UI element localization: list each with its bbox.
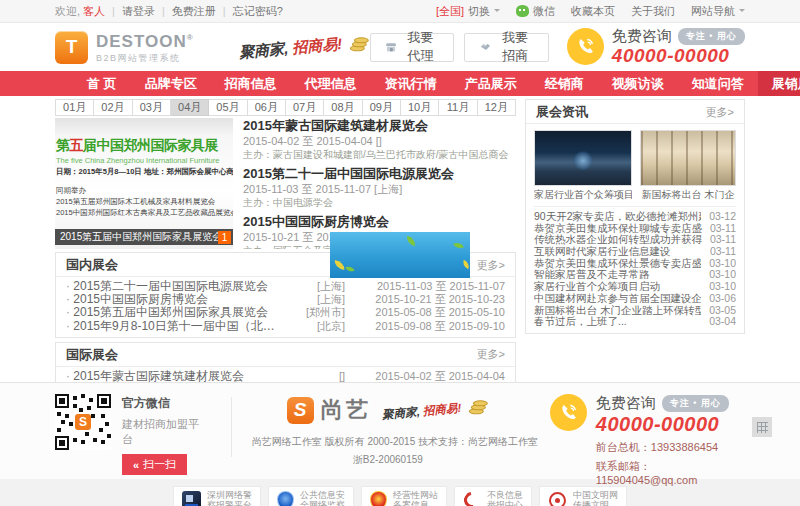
list-item[interactable]: 互联网时代家居行业信息建设03-11 <box>534 246 736 258</box>
news-list: 90天开2家专卖店，欧必德抢滩郑州建材市场03-12 恭贺京美田集成环保灶聊城专… <box>534 206 736 328</box>
exhibition-title-link[interactable]: 2015第二十一届中国国际电源展览会 <box>243 166 516 182</box>
qr-code: S <box>55 394 111 450</box>
badge-cyber-police[interactable]: 深圳网络警察报警平台 <box>173 486 261 506</box>
exhibition-location: [郑州市] <box>283 306 345 319</box>
month-tab-10[interactable]: 10月 <box>401 99 439 116</box>
main-nav: 首 页 品牌专区 招商信息 代理信息 资讯行情 产品展示 经销商 视频访谈 知道… <box>0 71 800 96</box>
badge-website-record[interactable]: 经营性网站备案信息 <box>361 486 447 506</box>
exhibition-title-link[interactable]: 2015年9月8-10日第十一届中国（北京）国际管材展览会 <box>66 320 283 333</box>
emblem-icon <box>549 492 566 506</box>
nav-item-exhibitions[interactable]: 展销展会 <box>758 71 800 96</box>
exhibition-title-link[interactable]: 2015年蒙古国际建筑建材展览会 <box>243 118 516 134</box>
about-link[interactable]: 关于我们 <box>631 4 675 19</box>
coins-icon <box>348 33 370 51</box>
exhibition-title-link[interactable]: 2015第五届中国郑州国际家具展览会 <box>66 306 283 319</box>
month-tab-09[interactable]: 09月 <box>363 99 401 116</box>
nav-item-brand-zone[interactable]: 品牌专区 <box>131 71 211 96</box>
exhibition-date: 2015-04-02 至 2015-04-04 [] <box>243 135 516 148</box>
exhibition-date: 2015-10-21 至 2015-10-23 <box>345 293 505 306</box>
logo-icon: T <box>55 31 88 64</box>
register-link[interactable]: 免费注册 <box>172 4 216 19</box>
news-thumb-1[interactable]: 家居行业首个众筹项目 <box>534 130 632 201</box>
list-item[interactable]: 恭贺京美田集成环保灶景德专卖店盛大开业03-10 <box>534 258 736 270</box>
month-tab-04[interactable]: 04月 <box>171 99 209 116</box>
featured-exhibition-list: 2015年蒙古国际建筑建材展览会 2015-04-02 至 2015-04-04… <box>243 118 516 249</box>
nav-item-products[interactable]: 产品展示 <box>451 71 531 96</box>
sitenav-link[interactable]: 网站导航 <box>691 4 735 19</box>
month-tab-02[interactable]: 02月 <box>94 99 132 116</box>
nav-item-qa[interactable]: 知道问答 <box>678 71 758 96</box>
slider-image-subtitle: The five China Zhengzhou International F… <box>55 156 233 165</box>
exhibition-title-link[interactable]: 2015中国国际厨房博览会 <box>243 214 516 230</box>
badge-public-security[interactable]: 公共信息安全网络监察 <box>268 486 354 506</box>
more-link-news[interactable]: 更多> <box>706 105 734 120</box>
wechat-icon <box>516 5 529 17</box>
table-row: 2015中国国际厨房博览会 [上海] 2015-10-21 至 2015-10-… <box>66 293 505 306</box>
handshake-icon <box>480 41 491 53</box>
nav-item-dealers[interactable]: 经销商 <box>531 71 598 96</box>
scan-button[interactable]: « 扫一扫 <box>122 454 187 475</box>
nav-item-home[interactable]: 首 页 <box>73 71 131 96</box>
month-tab-08[interactable]: 08月 <box>324 99 362 116</box>
wechat-official-subtitle: 建材招商加盟平台 <box>122 417 207 447</box>
list-item[interactable]: 春节过后，上班了...03-04 <box>534 316 736 328</box>
side-qr-widget[interactable] <box>752 417 772 437</box>
merchant-button[interactable]: 我要招商 <box>464 33 549 62</box>
section-title-international: 国际展会 <box>66 346 118 364</box>
login-link[interactable]: 请登录 <box>122 4 155 19</box>
leaf-icon <box>453 241 464 251</box>
month-tab-07[interactable]: 07月 <box>286 99 324 116</box>
month-tab-05[interactable]: 05月 <box>209 99 247 116</box>
nav-item-news[interactable]: 资讯行情 <box>371 71 451 96</box>
month-tab-12[interactable]: 12月 <box>478 99 516 116</box>
month-tab-06[interactable]: 06月 <box>248 99 286 116</box>
slider-image-title: 第五届中国郑州国际家具展 <box>55 137 233 155</box>
consult-label: 免费咨询 <box>596 394 656 413</box>
list-item[interactable]: 中国建材网赴京参与首届全国建设企业集中采购管理03-06 <box>534 293 736 305</box>
nav-item-video[interactable]: 视频访谈 <box>598 71 678 96</box>
nav-item-investment-info[interactable]: 招商信息 <box>211 71 291 96</box>
exhibition-title-link[interactable]: 2015第二十一届中国国际电源展览会 <box>66 280 283 293</box>
icp-number: 浙B2-20060159 <box>252 453 524 467</box>
exhibition-title-link[interactable]: 2015中国国际厨房博览会 <box>66 293 283 306</box>
exhibition-slider[interactable]: 第五届中国郑州国际家具展 The five China Zhengzhou In… <box>55 118 233 249</box>
divider <box>231 397 232 457</box>
leaf-icon <box>333 260 345 270</box>
exhibition-date: 2015-11-03 至 2015-11-07 <box>345 280 505 293</box>
exhibition-news-box: 展会资讯 更多> 家居行业首个众筹项目 新国标将出台 木门企 90天开2家专卖店… <box>525 99 745 334</box>
more-link-international[interactable]: 更多> <box>477 347 505 362</box>
scan-icon: « <box>133 459 139 471</box>
site-logo[interactable]: T DESTOON® B2B网站管理系统 <box>55 29 194 65</box>
badge-report-center[interactable]: 不良信息举报中心 <box>454 486 532 506</box>
list-item[interactable]: 传统热水器企业如何转型成功并获得更大的蛋糕?03-11 <box>534 234 736 246</box>
list-item[interactable]: 90天开2家专卖店，欧必德抢滩郑州建材市场03-12 <box>534 211 736 223</box>
month-tab-01[interactable]: 01月 <box>55 99 94 116</box>
list-item[interactable]: 家居行业首个众筹项目启动03-10 <box>534 281 736 293</box>
agent-button[interactable]: 我要代理 <box>370 33 454 62</box>
wechat-link[interactable]: 微信 <box>516 4 555 19</box>
region-switch-link[interactable]: 切换 <box>468 4 490 19</box>
exhibition-host: 主办：蒙古国建设和城建部/乌兰巴托市政府/蒙古中国总商会 <box>243 149 516 161</box>
guest-label: 客人 <box>83 4 105 19</box>
forgot-password-link[interactable]: 忘记密码? <box>233 4 283 19</box>
favorite-link[interactable]: 收藏本页 <box>571 4 615 19</box>
badge-civilization[interactable]: 中国文明网传播文明 <box>539 486 627 506</box>
nav-item-agent-info[interactable]: 代理信息 <box>291 71 371 96</box>
welcome-text: 欢迎, <box>55 4 80 19</box>
list-item[interactable]: 恭贺京美田集成环保灶聊城专卖店盛大开业03-11 <box>534 223 736 235</box>
list-item[interactable]: 新国标将出台 木门企业踏上环保转型之路03-05 <box>534 305 736 317</box>
slider-caption[interactable]: 2015第五届中国郑州国际家具展览会 1 <box>55 229 233 245</box>
exhibition-location: [北京] <box>283 320 345 333</box>
slider-page-badge[interactable]: 1 <box>218 231 231 244</box>
more-link-domestic[interactable]: 更多> <box>477 258 505 273</box>
coins-icon <box>467 397 489 415</box>
leaf-icon <box>461 260 471 270</box>
news-thumb-2[interactable]: 新国标将出台 木门企 <box>640 130 736 201</box>
month-tab-03[interactable]: 03月 <box>133 99 171 116</box>
separator: | <box>112 5 115 17</box>
list-item[interactable]: 智能家居普及不走寻常路03-10 <box>534 269 736 281</box>
footer-consult-block: 免费咨询 专注 • 用心 40000-00000 前台总机：1393388645… <box>550 394 745 486</box>
slider-subevent-2: 2015中国郑州国际红木古典家具及工艺品收藏品展览会 <box>55 208 233 218</box>
month-tab-11[interactable]: 11月 <box>439 99 477 116</box>
floating-ad-image[interactable] <box>330 232 470 278</box>
